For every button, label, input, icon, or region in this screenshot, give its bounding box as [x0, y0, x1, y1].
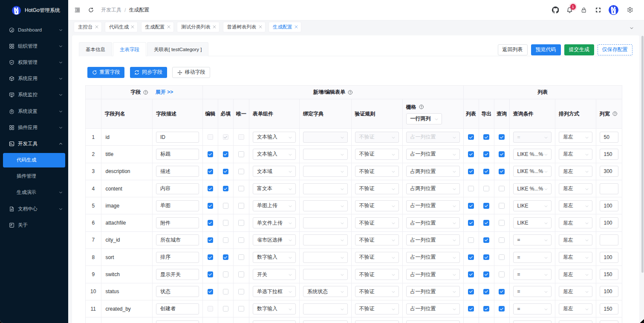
- unique-checkbox[interactable]: [238, 271, 244, 277]
- export-checkbox[interactable]: [483, 254, 489, 260]
- field-desc-input[interactable]: 单图: [156, 200, 199, 211]
- validation-select[interactable]: 不验证: [355, 183, 399, 194]
- width-input[interactable]: 150: [600, 269, 619, 280]
- page-tab-普通树表列表[interactable]: 普通树表列表: [223, 22, 266, 32]
- grid-select[interactable]: 占一列位置: [406, 286, 460, 297]
- width-input[interactable]: 100: [600, 200, 619, 211]
- align-select[interactable]: 居左: [559, 200, 592, 211]
- unique-checkbox[interactable]: [238, 289, 244, 294]
- query-cond-select[interactable]: =: [513, 303, 552, 314]
- field-desc-input[interactable]: 描述: [156, 166, 199, 177]
- list-checkbox[interactable]: [468, 306, 474, 311]
- component-select[interactable]: 文本输入: [253, 132, 296, 143]
- query-checkbox[interactable]: [499, 289, 504, 294]
- menu-fold-icon[interactable]: [75, 7, 80, 13]
- grid-select[interactable]: 占两列位置: [406, 183, 460, 194]
- edit-checkbox[interactable]: [208, 203, 213, 208]
- sidebar-item-权限管理[interactable]: 权限管理: [0, 54, 68, 70]
- required-checkbox[interactable]: [223, 254, 228, 260]
- edit-checkbox[interactable]: [208, 237, 213, 243]
- query-checkbox[interactable]: [499, 203, 504, 208]
- edit-checkbox[interactable]: [208, 306, 213, 311]
- export-checkbox[interactable]: [483, 289, 489, 294]
- align-select[interactable]: 居左: [559, 269, 592, 280]
- field-desc-input[interactable]: 创建者: [156, 303, 199, 314]
- export-checkbox[interactable]: [483, 237, 489, 243]
- dict-select[interactable]: [303, 132, 348, 143]
- unique-checkbox[interactable]: [238, 169, 244, 174]
- list-checkbox[interactable]: [468, 203, 474, 208]
- export-checkbox[interactable]: [483, 169, 489, 174]
- dict-select[interactable]: [303, 149, 348, 160]
- close-icon[interactable]: [294, 25, 298, 29]
- align-select[interactable]: 居左: [559, 286, 592, 297]
- list-checkbox[interactable]: [468, 186, 474, 191]
- unique-checkbox[interactable]: [238, 237, 244, 243]
- required-checkbox[interactable]: [223, 271, 228, 277]
- validation-select[interactable]: 不验证: [355, 217, 399, 228]
- sidebar-item-系统设置[interactable]: 系统设置: [0, 103, 68, 119]
- component-select[interactable]: 单文件上传: [253, 217, 296, 228]
- validation-select[interactable]: 不验证: [355, 303, 399, 314]
- settings-gear-icon[interactable]: [622, 7, 638, 13]
- query-checkbox[interactable]: [499, 306, 504, 311]
- component-select[interactable]: 富文本: [253, 183, 296, 194]
- width-input[interactable]: [600, 234, 619, 245]
- required-checkbox[interactable]: [223, 169, 228, 174]
- edit-checkbox[interactable]: [208, 151, 213, 157]
- query-checkbox[interactable]: [499, 237, 504, 243]
- dict-select[interactable]: [303, 200, 348, 211]
- query-checkbox[interactable]: [499, 186, 504, 191]
- query-cond-select[interactable]: =: [513, 286, 552, 297]
- export-checkbox[interactable]: [483, 306, 489, 311]
- width-input[interactable]: 150: [600, 303, 619, 314]
- dict-select[interactable]: [303, 217, 348, 228]
- close-icon[interactable]: [212, 25, 217, 29]
- export-checkbox[interactable]: [483, 151, 489, 157]
- required-checkbox[interactable]: [223, 203, 228, 208]
- edit-checkbox[interactable]: [208, 134, 213, 140]
- help-circle-icon[interactable]: [348, 90, 353, 95]
- close-icon[interactable]: [167, 25, 171, 29]
- align-select[interactable]: 居左: [559, 149, 592, 160]
- field-desc-input[interactable]: 所在城市: [156, 234, 199, 245]
- page-tab-代码生成[interactable]: 代码生成: [105, 22, 138, 32]
- validation-select[interactable]: 不验证: [355, 132, 399, 143]
- action-button-仅保存配置[interactable]: 仅保存配置: [598, 44, 632, 56]
- unique-checkbox[interactable]: [238, 220, 244, 225]
- query-cond-select[interactable]: LIKE: [513, 200, 552, 211]
- query-cond-select[interactable]: LIKE %...%: [513, 166, 552, 177]
- validation-select[interactable]: 不验证: [355, 252, 399, 263]
- width-input[interactable]: 300: [600, 166, 619, 177]
- dict-select[interactable]: [303, 320, 348, 323]
- grid-select[interactable]: 占一列位置: [406, 200, 460, 211]
- width-input[interactable]: [600, 183, 619, 194]
- field-desc-input[interactable]: ID: [156, 132, 199, 143]
- component-select[interactable]: 文本输入: [253, 149, 296, 160]
- expand-link[interactable]: 展开 >>: [156, 89, 173, 96]
- list-checkbox[interactable]: [468, 134, 474, 140]
- width-input[interactable]: 50: [600, 132, 619, 143]
- fullscreen-icon[interactable]: [591, 7, 606, 13]
- query-cond-select[interactable]: LIKE %...%: [513, 149, 552, 160]
- bell-icon-wrap[interactable]: 1: [563, 7, 577, 13]
- required-checkbox[interactable]: [223, 237, 228, 243]
- query-cond-select[interactable]: =: [513, 132, 552, 143]
- align-select[interactable]: 居左: [559, 303, 592, 314]
- validation-select[interactable]: 不验证: [355, 149, 399, 160]
- query-cond-select[interactable]: =: [513, 252, 552, 263]
- sidebar-item-关于[interactable]: 关于: [0, 217, 68, 233]
- toolbar-button-同步字段[interactable]: 同步字段: [130, 67, 167, 78]
- sidebar-item-系统监控[interactable]: 系统监控: [0, 87, 68, 103]
- query-cond-select[interactable]: LIKE: [513, 217, 552, 228]
- query-cond-select[interactable]: =: [513, 269, 552, 280]
- component-select[interactable]: 数字输入: [253, 303, 296, 314]
- grid-select[interactable]: 占一列位置: [406, 303, 460, 314]
- sidebar-item-Dashboard[interactable]: Dashboard: [0, 22, 68, 38]
- required-checkbox[interactable]: [223, 289, 228, 294]
- grid-select[interactable]: 占一列位置: [406, 132, 460, 143]
- required-checkbox[interactable]: [223, 186, 228, 191]
- sidebar-item-插件应用[interactable]: 插件应用: [0, 119, 68, 136]
- grid-mode-select[interactable]: 一行两列: [406, 113, 442, 124]
- validation-select[interactable]: 不验证: [355, 286, 399, 297]
